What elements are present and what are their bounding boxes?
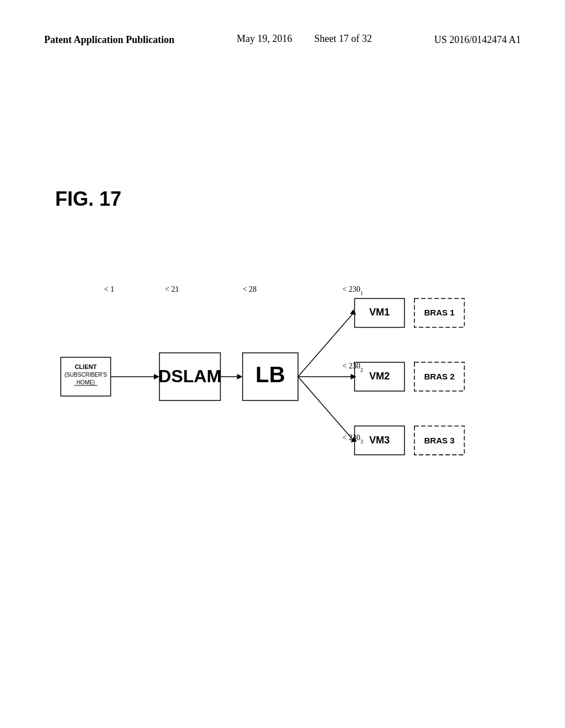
arrow-lb-vm3: [298, 377, 353, 441]
bras3-label: BRAS 3: [424, 436, 455, 445]
header-sheet: Sheet 17 of 32: [315, 33, 372, 45]
vm2-label: VM2: [369, 371, 390, 382]
page: Patent Application Publication May 19, 2…: [0, 0, 565, 728]
client-label-line2: (SUBSCRIBER'S: [65, 372, 107, 378]
publication-title: Patent Application Publication: [44, 34, 174, 45]
client-label-line1: CLIENT: [74, 363, 97, 370]
client-ref-label: < 1: [104, 285, 114, 293]
arrowhead-lb-vm2: [351, 374, 356, 379]
header-left: Patent Application Publication: [44, 33, 174, 47]
vm2-ref-label: < 2302: [343, 361, 364, 373]
vm3-label: VM3: [369, 435, 390, 446]
header: Patent Application Publication May 19, 2…: [44, 33, 521, 47]
header-date: May 19, 2016: [237, 33, 292, 45]
bras1-label: BRAS 1: [424, 308, 455, 317]
bras2-label: BRAS 2: [424, 372, 455, 381]
patent-number: US 2016/0142474 A1: [434, 34, 521, 45]
lb-label: LB: [255, 362, 285, 387]
arrowhead-dslam-lb: [237, 374, 243, 379]
header-right: US 2016/0142474 A1: [434, 33, 521, 47]
lb-ref-label: < 28: [243, 285, 257, 293]
header-center: May 19, 2016 Sheet 17 of 32: [237, 33, 372, 45]
diagram: < 1 < 21 < 28 < 2301 < 2302 < 2303: [44, 265, 521, 496]
figure-label: FIG. 17: [55, 188, 121, 211]
diagram-svg: < 1 < 21 < 28 < 2301 < 2302 < 2303: [44, 265, 521, 496]
dslam-label: DSLAM: [158, 366, 221, 386]
vm1-label: VM1: [369, 307, 390, 318]
vm1-ref-label: < 2301: [343, 285, 364, 296]
client-label-line3: HOME): [77, 379, 95, 386]
dslam-ref-label: < 21: [165, 285, 179, 293]
